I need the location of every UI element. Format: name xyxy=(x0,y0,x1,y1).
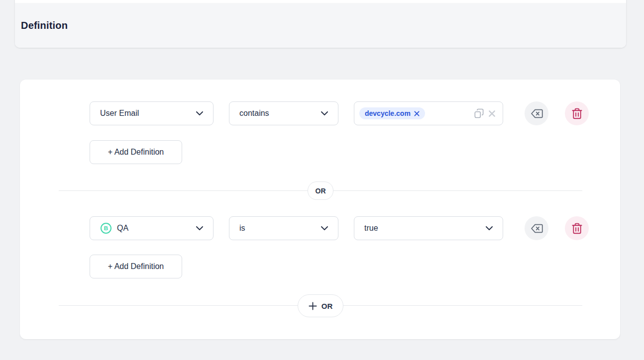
clear-values-icon[interactable] xyxy=(488,110,496,117)
plus-icon xyxy=(309,302,317,310)
copy-icon[interactable] xyxy=(474,108,484,118)
clear-definition-button[interactable] xyxy=(525,216,548,240)
property-select-user-email[interactable]: User Email xyxy=(90,101,214,125)
delete-definition-button[interactable] xyxy=(565,101,589,125)
backspace-icon xyxy=(531,223,543,234)
trash-icon xyxy=(572,108,582,119)
boolean-type-icon: B xyxy=(100,222,112,234)
chevron-down-icon xyxy=(321,111,328,116)
comparator-select-contains[interactable]: contains xyxy=(229,101,338,125)
value-select-label: true xyxy=(364,224,378,233)
add-or-label: OR xyxy=(322,302,333,310)
chevron-down-icon xyxy=(486,226,493,231)
definition-header-band: Definition xyxy=(15,3,626,48)
add-or-button[interactable]: OR xyxy=(298,294,343,317)
value-select-true[interactable]: true xyxy=(354,216,503,240)
property-select-value: QA xyxy=(117,224,128,233)
definition-header-card: Definition xyxy=(15,0,626,48)
property-select-qa[interactable]: B QA xyxy=(90,216,214,240)
value-tags-input[interactable]: devcycle.com xyxy=(354,101,503,125)
page-title: Definition xyxy=(21,20,68,31)
chevron-down-icon xyxy=(196,111,203,116)
trash-icon xyxy=(572,223,582,234)
chevron-down-icon xyxy=(196,226,203,231)
delete-definition-button[interactable] xyxy=(565,216,589,240)
clear-definition-button[interactable] xyxy=(525,101,548,125)
comparator-select-value: contains xyxy=(239,109,269,118)
add-definition-button[interactable]: + Add Definition xyxy=(90,255,182,278)
or-divider-label: OR xyxy=(316,187,326,195)
svg-text:B: B xyxy=(104,225,108,231)
or-divider-pill: OR xyxy=(308,181,333,200)
definition-rules-card: User Email contains devcycle.com xyxy=(20,80,620,339)
comparator-select-is[interactable]: is xyxy=(229,216,338,240)
value-tag-label: devcycle.com xyxy=(365,109,411,117)
property-select-value: User Email xyxy=(100,109,139,118)
chevron-down-icon xyxy=(321,226,328,231)
backspace-icon xyxy=(531,108,543,119)
add-definition-button[interactable]: + Add Definition xyxy=(90,140,182,164)
remove-tag-icon[interactable] xyxy=(414,111,420,116)
value-tag-chip: devcycle.com xyxy=(359,107,425,119)
comparator-select-value: is xyxy=(239,224,245,233)
